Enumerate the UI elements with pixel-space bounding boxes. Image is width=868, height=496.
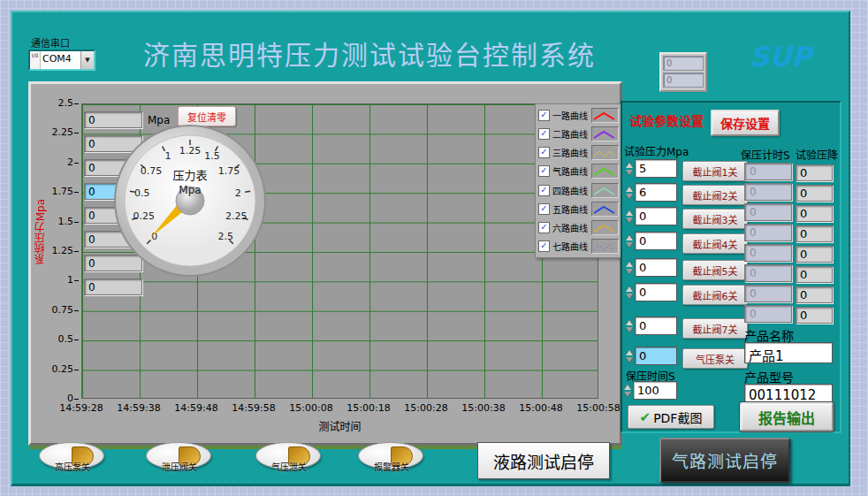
legend-line-sample[interactable] — [591, 126, 619, 141]
mini-display: 0 — [663, 56, 704, 71]
settings-title: 试验参数设置 — [629, 111, 704, 129]
pressure-input[interactable]: 0 — [635, 283, 677, 301]
pdf-screenshot-button[interactable]: ✔ PDF截图 — [628, 405, 714, 429]
spinner-control[interactable] — [624, 207, 635, 226]
pressure-input[interactable]: 0 — [635, 207, 677, 225]
valve-3-button[interactable]: 截止阀3关 — [682, 209, 748, 229]
spinner-control[interactable] — [624, 159, 635, 179]
high-pressure-pump-toggle[interactable]: 高压泵关 — [39, 442, 110, 477]
pressure-drop-display: 0 — [796, 266, 833, 283]
checkbox-checked-icon[interactable]: ✓ — [538, 128, 550, 140]
check-icon: ✓ — [540, 110, 547, 119]
spinner-control[interactable] — [624, 232, 635, 251]
liquid-test-start-stop-button[interactable]: 液路测试启停 — [477, 442, 610, 479]
spinner-up-icon — [626, 350, 633, 355]
chevron-down-icon[interactable]: ▼ — [80, 51, 94, 69]
valve-7-button[interactable]: 截止阀7关 — [682, 318, 748, 339]
io-type-icon: I/0 — [30, 51, 41, 69]
y-tick: 1.25 — [47, 245, 79, 256]
air-release-toggle[interactable]: 气压泄关 — [255, 442, 326, 477]
spinner-down-icon — [626, 357, 633, 362]
y-tick: 1 — [47, 274, 79, 286]
legend-label: 六路曲线 — [552, 221, 589, 234]
pressure-input[interactable]: 5 — [635, 159, 677, 178]
valve-1-button[interactable]: 截止阀1关 — [682, 161, 748, 181]
gas-test-start-stop-button[interactable]: 气路测试启停 — [659, 438, 790, 483]
spinner-control[interactable] — [624, 258, 635, 278]
spinner-down-icon — [626, 194, 633, 199]
legend-line-sample[interactable] — [591, 220, 619, 235]
checkbox-checked-icon[interactable]: ✓ — [538, 240, 550, 252]
checkbox-checked-icon[interactable]: ✓ — [538, 110, 550, 121]
spinner-up-icon — [626, 163, 633, 168]
spinner-control[interactable] — [624, 347, 635, 366]
x-tick: 14:59:38 — [112, 402, 165, 414]
save-settings-button[interactable]: 保存设置 — [711, 110, 780, 136]
spinner-down-icon — [626, 242, 633, 248]
product-name-input[interactable]: 产品1 — [744, 342, 833, 363]
channel-display: 0 — [84, 279, 142, 295]
air-pump-button[interactable]: 气压泵关 — [682, 348, 748, 369]
valve-2-button[interactable]: 截止阀2关 — [682, 185, 748, 205]
checkbox-checked-icon[interactable]: ✓ — [538, 203, 550, 215]
checkbox-checked-icon[interactable]: ✓ — [538, 185, 550, 196]
checkbox-checked-icon[interactable]: ✓ — [538, 147, 550, 158]
relief-valve-toggle[interactable]: 泄压阀关 — [146, 442, 217, 477]
pressure-drop-display: 0 — [796, 286, 833, 303]
check-icon: ✓ — [540, 203, 547, 213]
legend-label: 五路曲线 — [552, 202, 589, 216]
spinner-control[interactable] — [624, 183, 635, 202]
legend-item: ✓ 五路曲线 — [538, 200, 619, 217]
toggle-label: 气压泄关 — [255, 460, 323, 473]
legend-line-sample[interactable] — [591, 164, 619, 179]
pressure-drop-display: 0 — [796, 205, 833, 222]
serial-port-value: COM4 — [41, 51, 80, 69]
check-icon: ✓ — [540, 222, 547, 232]
legend-line-sample[interactable] — [591, 202, 619, 217]
valve-5-button[interactable]: 截止阀5关 — [682, 260, 748, 280]
spinner-down-icon — [626, 170, 633, 175]
serial-port-combo[interactable]: I/0 COM4 ▼ — [28, 50, 95, 71]
spinner-control[interactable] — [622, 381, 633, 401]
legend-label: 二路曲线 — [552, 127, 589, 141]
report-output-button[interactable]: 报告输出 — [740, 402, 834, 431]
legend-line-sample[interactable] — [591, 145, 619, 160]
pressure-row: 0 — [624, 207, 677, 226]
pressure-row: 0 — [624, 347, 677, 366]
drop-column-header: 试验压降 — [796, 147, 838, 162]
valve-6-button[interactable]: 截止阀6关 — [682, 285, 748, 305]
checkbox-checked-icon[interactable]: ✓ — [538, 165, 550, 177]
pressure-input[interactable]: 0 — [635, 232, 677, 250]
pressure-drop-column: 0 0 0 0 0 0 0 0 — [796, 164, 833, 324]
pressure-input-highlighted[interactable]: 0 — [635, 347, 677, 365]
pressure-input[interactable]: 0 — [635, 317, 677, 335]
mini-display: 0 — [663, 72, 704, 88]
y-tick: 1.5 — [47, 216, 79, 227]
check-icon: ✔ — [640, 409, 651, 425]
valve-4-button[interactable]: 截止阀4关 — [682, 233, 748, 254]
pressure-input[interactable]: 6 — [635, 183, 677, 202]
x-tick: 15:00:48 — [514, 402, 567, 414]
legend: ✓ 一路曲线 ✓ 二路曲线 ✓ 三路曲线 ✓ 气路曲线 ✓ 四路曲线 — [535, 103, 622, 258]
y-tick: 2 — [47, 156, 79, 168]
legend-line-sample[interactable] — [591, 183, 619, 198]
legend-label: 气路曲线 — [552, 164, 589, 178]
pressure-input[interactable]: 0 — [635, 258, 677, 277]
spinner-control[interactable] — [624, 317, 635, 336]
spinner-up-icon — [626, 320, 633, 325]
legend-line-sample[interactable] — [591, 239, 619, 254]
hold-timer-display: 0 — [744, 163, 792, 180]
checkbox-checked-icon[interactable]: ✓ — [538, 222, 550, 233]
svg-text:1.25: 1.25 — [179, 145, 202, 156]
hold-time-input[interactable]: 100 — [633, 381, 677, 400]
hold-timer-display: 0 — [744, 224, 792, 241]
toggle-label: 报警器关 — [358, 460, 425, 473]
check-icon: ✓ — [540, 128, 547, 138]
spinner-up-icon — [626, 187, 633, 192]
alarm-toggle[interactable]: 报警器关 — [358, 442, 429, 477]
x-tick: 15:00:08 — [285, 402, 338, 414]
spinner-control[interactable] — [624, 283, 635, 302]
legend-item: ✓ 三路曲线 — [538, 144, 619, 162]
main-window: 通信串口 I/0 COM4 ▼ 济南思明特压力测试试验台控制系统 0 0 SUP… — [11, 11, 850, 486]
legend-line-sample[interactable] — [591, 108, 619, 123]
